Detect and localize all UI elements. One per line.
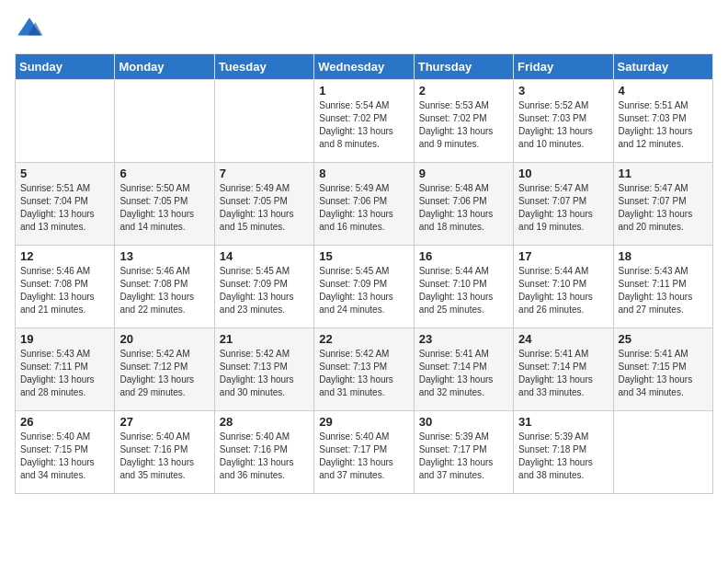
calendar-week-row: 1Sunrise: 5:54 AM Sunset: 7:02 PM Daylig… bbox=[16, 80, 713, 163]
day-of-week-header: Thursday bbox=[414, 54, 513, 80]
day-of-week-header: Saturday bbox=[613, 54, 712, 80]
day-info: Sunrise: 5:45 AM Sunset: 7:09 PM Dayligh… bbox=[319, 265, 408, 316]
calendar-cell: 7Sunrise: 5:49 AM Sunset: 7:05 PM Daylig… bbox=[214, 163, 313, 246]
calendar-cell bbox=[115, 80, 214, 163]
calendar-cell: 22Sunrise: 5:42 AM Sunset: 7:13 PM Dayli… bbox=[314, 328, 414, 411]
calendar-cell: 11Sunrise: 5:47 AM Sunset: 7:07 PM Dayli… bbox=[613, 163, 712, 246]
day-of-week-header: Wednesday bbox=[314, 54, 414, 80]
day-number: 1 bbox=[319, 84, 408, 98]
day-info: Sunrise: 5:44 AM Sunset: 7:10 PM Dayligh… bbox=[419, 265, 508, 316]
day-info: Sunrise: 5:53 AM Sunset: 7:02 PM Dayligh… bbox=[419, 99, 508, 151]
day-info: Sunrise: 5:43 AM Sunset: 7:11 PM Dayligh… bbox=[619, 265, 708, 316]
day-number: 9 bbox=[419, 167, 508, 180]
day-number: 16 bbox=[419, 249, 508, 263]
day-of-week-header: Tuesday bbox=[214, 54, 313, 80]
logo-icon bbox=[15, 15, 44, 44]
calendar-cell: 15Sunrise: 5:45 AM Sunset: 7:09 PM Dayli… bbox=[314, 246, 414, 328]
day-number: 15 bbox=[319, 249, 408, 263]
day-number: 31 bbox=[518, 415, 608, 429]
calendar-cell: 23Sunrise: 5:41 AM Sunset: 7:14 PM Dayli… bbox=[414, 328, 513, 411]
calendar-cell bbox=[214, 80, 313, 163]
calendar-cell: 12Sunrise: 5:46 AM Sunset: 7:08 PM Dayli… bbox=[16, 246, 115, 328]
day-number: 21 bbox=[220, 332, 309, 346]
day-info: Sunrise: 5:52 AM Sunset: 7:03 PM Dayligh… bbox=[518, 99, 608, 151]
day-number: 20 bbox=[119, 332, 209, 346]
day-number: 22 bbox=[319, 332, 408, 346]
day-number: 19 bbox=[20, 332, 109, 346]
calendar-cell: 31Sunrise: 5:39 AM Sunset: 7:18 PM Dayli… bbox=[514, 411, 613, 494]
calendar-cell: 14Sunrise: 5:45 AM Sunset: 7:09 PM Dayli… bbox=[214, 246, 313, 328]
calendar-cell: 2Sunrise: 5:53 AM Sunset: 7:02 PM Daylig… bbox=[414, 80, 513, 163]
calendar-cell: 18Sunrise: 5:43 AM Sunset: 7:11 PM Dayli… bbox=[613, 246, 712, 328]
day-info: Sunrise: 5:40 AM Sunset: 7:16 PM Dayligh… bbox=[220, 431, 309, 482]
day-number: 26 bbox=[20, 415, 109, 429]
calendar-cell: 10Sunrise: 5:47 AM Sunset: 7:07 PM Dayli… bbox=[514, 163, 613, 246]
day-info: Sunrise: 5:47 AM Sunset: 7:07 PM Dayligh… bbox=[619, 182, 708, 234]
day-info: Sunrise: 5:43 AM Sunset: 7:11 PM Dayligh… bbox=[20, 348, 109, 399]
day-info: Sunrise: 5:42 AM Sunset: 7:13 PM Dayligh… bbox=[220, 348, 309, 399]
calendar-cell: 3Sunrise: 5:52 AM Sunset: 7:03 PM Daylig… bbox=[514, 80, 613, 163]
day-number: 23 bbox=[419, 332, 508, 346]
day-number: 14 bbox=[220, 249, 309, 263]
day-info: Sunrise: 5:47 AM Sunset: 7:07 PM Dayligh… bbox=[518, 182, 608, 234]
day-of-week-header: Sunday bbox=[16, 54, 115, 80]
day-info: Sunrise: 5:45 AM Sunset: 7:09 PM Dayligh… bbox=[220, 265, 309, 316]
day-of-week-header: Friday bbox=[514, 54, 613, 80]
day-number: 5 bbox=[20, 167, 109, 180]
calendar-cell: 29Sunrise: 5:40 AM Sunset: 7:17 PM Dayli… bbox=[314, 411, 414, 494]
day-info: Sunrise: 5:42 AM Sunset: 7:12 PM Dayligh… bbox=[119, 348, 209, 399]
calendar-cell: 30Sunrise: 5:39 AM Sunset: 7:17 PM Dayli… bbox=[414, 411, 513, 494]
calendar-cell bbox=[16, 80, 115, 163]
day-info: Sunrise: 5:50 AM Sunset: 7:05 PM Dayligh… bbox=[119, 182, 209, 234]
calendar-cell: 26Sunrise: 5:40 AM Sunset: 7:15 PM Dayli… bbox=[16, 411, 115, 494]
calendar-cell: 13Sunrise: 5:46 AM Sunset: 7:08 PM Dayli… bbox=[115, 246, 214, 328]
day-number: 7 bbox=[220, 167, 309, 180]
calendar-cell: 24Sunrise: 5:41 AM Sunset: 7:14 PM Dayli… bbox=[514, 328, 613, 411]
day-info: Sunrise: 5:51 AM Sunset: 7:03 PM Dayligh… bbox=[619, 99, 708, 151]
calendar-cell: 1Sunrise: 5:54 AM Sunset: 7:02 PM Daylig… bbox=[314, 80, 414, 163]
day-number: 13 bbox=[119, 249, 209, 263]
calendar-cell: 25Sunrise: 5:41 AM Sunset: 7:15 PM Dayli… bbox=[613, 328, 712, 411]
day-info: Sunrise: 5:44 AM Sunset: 7:10 PM Dayligh… bbox=[518, 265, 608, 316]
calendar-week-row: 19Sunrise: 5:43 AM Sunset: 7:11 PM Dayli… bbox=[16, 328, 713, 411]
calendar-cell: 27Sunrise: 5:40 AM Sunset: 7:16 PM Dayli… bbox=[115, 411, 214, 494]
calendar-cell: 20Sunrise: 5:42 AM Sunset: 7:12 PM Dayli… bbox=[115, 328, 214, 411]
day-number: 6 bbox=[119, 167, 209, 180]
day-info: Sunrise: 5:39 AM Sunset: 7:17 PM Dayligh… bbox=[419, 431, 508, 482]
calendar-cell: 8Sunrise: 5:49 AM Sunset: 7:06 PM Daylig… bbox=[314, 163, 414, 246]
calendar-table: SundayMondayTuesdayWednesdayThursdayFrid… bbox=[15, 53, 713, 494]
calendar-cell bbox=[613, 411, 712, 494]
day-number: 3 bbox=[518, 84, 608, 98]
day-info: Sunrise: 5:46 AM Sunset: 7:08 PM Dayligh… bbox=[119, 265, 209, 316]
day-info: Sunrise: 5:40 AM Sunset: 7:15 PM Dayligh… bbox=[20, 431, 109, 482]
calendar-week-row: 26Sunrise: 5:40 AM Sunset: 7:15 PM Dayli… bbox=[16, 411, 713, 494]
day-number: 2 bbox=[419, 84, 508, 98]
day-info: Sunrise: 5:41 AM Sunset: 7:15 PM Dayligh… bbox=[619, 348, 708, 399]
day-info: Sunrise: 5:54 AM Sunset: 7:02 PM Dayligh… bbox=[319, 99, 408, 151]
day-number: 18 bbox=[619, 249, 708, 263]
calendar-cell: 6Sunrise: 5:50 AM Sunset: 7:05 PM Daylig… bbox=[115, 163, 214, 246]
calendar-cell: 21Sunrise: 5:42 AM Sunset: 7:13 PM Dayli… bbox=[214, 328, 313, 411]
calendar-week-row: 5Sunrise: 5:51 AM Sunset: 7:04 PM Daylig… bbox=[16, 163, 713, 246]
day-info: Sunrise: 5:39 AM Sunset: 7:18 PM Dayligh… bbox=[518, 431, 608, 482]
day-info: Sunrise: 5:41 AM Sunset: 7:14 PM Dayligh… bbox=[518, 348, 608, 399]
day-number: 28 bbox=[220, 415, 309, 429]
day-of-week-header: Monday bbox=[115, 54, 214, 80]
calendar-cell: 4Sunrise: 5:51 AM Sunset: 7:03 PM Daylig… bbox=[613, 80, 712, 163]
day-number: 8 bbox=[319, 167, 408, 180]
day-info: Sunrise: 5:42 AM Sunset: 7:13 PM Dayligh… bbox=[319, 348, 408, 399]
day-number: 4 bbox=[619, 84, 708, 98]
day-number: 27 bbox=[119, 415, 209, 429]
day-info: Sunrise: 5:40 AM Sunset: 7:17 PM Dayligh… bbox=[319, 431, 408, 482]
calendar-cell: 16Sunrise: 5:44 AM Sunset: 7:10 PM Dayli… bbox=[414, 246, 513, 328]
calendar-cell: 5Sunrise: 5:51 AM Sunset: 7:04 PM Daylig… bbox=[16, 163, 115, 246]
day-info: Sunrise: 5:41 AM Sunset: 7:14 PM Dayligh… bbox=[419, 348, 508, 399]
calendar-cell: 28Sunrise: 5:40 AM Sunset: 7:16 PM Dayli… bbox=[214, 411, 313, 494]
calendar-cell: 9Sunrise: 5:48 AM Sunset: 7:06 PM Daylig… bbox=[414, 163, 513, 246]
logo bbox=[15, 15, 48, 44]
day-number: 10 bbox=[518, 167, 608, 180]
day-number: 25 bbox=[619, 332, 708, 346]
day-number: 17 bbox=[518, 249, 608, 263]
calendar-header-row: SundayMondayTuesdayWednesdayThursdayFrid… bbox=[16, 54, 713, 80]
day-info: Sunrise: 5:49 AM Sunset: 7:06 PM Dayligh… bbox=[319, 182, 408, 234]
